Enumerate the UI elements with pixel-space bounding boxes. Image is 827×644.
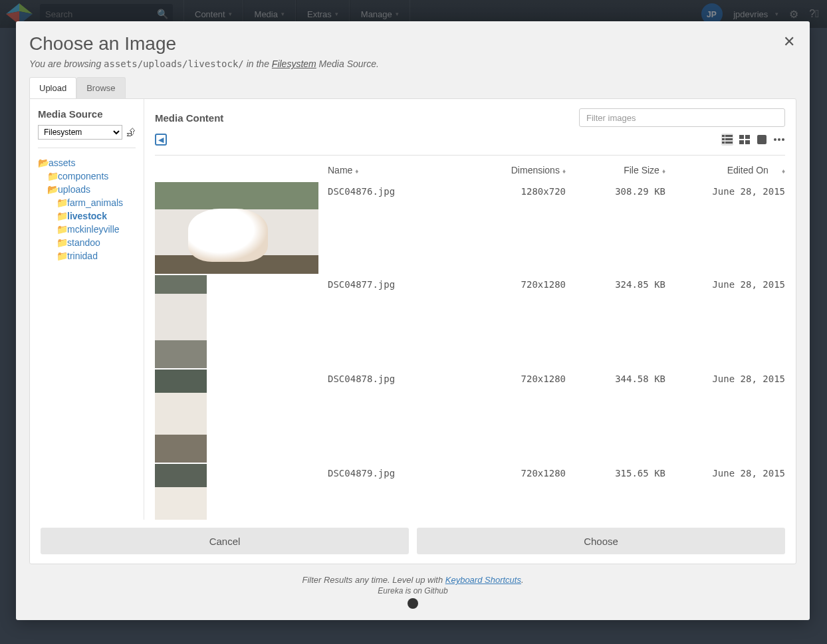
grid-view-icon[interactable] <box>739 134 751 146</box>
cell-edited: June 28, 2015 <box>665 275 785 368</box>
svg-rect-11 <box>739 135 744 139</box>
cell-dimensions: 720x1280 <box>459 464 566 520</box>
folder-tree: 📂assets 📁components 📂uploads 📁farm_anima… <box>38 156 136 263</box>
keyboard-shortcuts-link[interactable]: Keyboard Shortcuts <box>445 575 521 585</box>
credits: Filter Results any time. Level up with K… <box>29 575 796 611</box>
tree-root[interactable]: 📂assets <box>38 156 136 169</box>
cell-filesize: 344.58 KB <box>566 370 665 463</box>
content-heading: Media Content <box>155 112 223 124</box>
table-row[interactable]: DSC04877.jpg720x1280324.85 KBJune 28, 20… <box>155 275 785 370</box>
choose-button[interactable]: Choose <box>417 528 785 554</box>
media-content: Media Content ◀ Name♦ Dimens <box>144 99 796 520</box>
tree-folder-standoo[interactable]: 📁standoo <box>38 236 136 249</box>
table-header: Name♦ Dimensions♦ File Size♦ Edited On♦ <box>155 156 785 182</box>
svg-rect-13 <box>739 140 744 144</box>
tab-browse[interactable]: Browse <box>76 77 125 98</box>
cell-filesize: 315.65 KB <box>566 464 665 520</box>
cell-edited: June 28, 2015 <box>665 370 785 463</box>
close-icon[interactable]: ✕ <box>783 33 795 51</box>
tree-folder-livestock[interactable]: 📁livestock <box>38 209 136 223</box>
cell-filesize: 324.85 KB <box>566 275 665 368</box>
svg-rect-14 <box>745 140 750 144</box>
tree-folder-farm-animals[interactable]: 📁farm_animals <box>38 196 136 209</box>
svg-rect-6 <box>725 135 733 137</box>
svg-rect-8 <box>725 138 733 140</box>
cell-name: DSC04877.jpg <box>328 275 459 368</box>
modal-subtitle: You are browsing assets/uploads/livestoc… <box>29 58 796 69</box>
thumbnail[interactable] <box>155 464 207 520</box>
media-source-sidebar: Media Source Filesystem ⮵ 📂assets 📁compo… <box>30 99 144 520</box>
thumbnail[interactable] <box>155 182 318 274</box>
github-icon[interactable] <box>408 598 418 609</box>
svg-point-18 <box>782 138 784 141</box>
cell-name: DSC04878.jpg <box>328 370 459 463</box>
image-chooser-modal: ✕ Choose an Image You are browsing asset… <box>16 21 810 620</box>
col-filesize[interactable]: File Size♦ <box>566 165 665 175</box>
cell-edited: June 28, 2015 <box>665 464 785 520</box>
cell-edited: June 28, 2015 <box>665 182 785 274</box>
cell-name: DSC04879.jpg <box>328 464 459 520</box>
level-up-icon[interactable]: ⮵ <box>126 127 136 138</box>
cell-dimensions: 1280x720 <box>459 182 566 274</box>
svg-point-17 <box>778 138 780 141</box>
svg-rect-10 <box>725 142 733 144</box>
svg-rect-15 <box>757 135 767 144</box>
collapse-sidebar-icon[interactable]: ◀ <box>155 134 167 146</box>
col-name[interactable]: Name♦ <box>328 165 459 175</box>
sidebar-heading: Media Source <box>38 108 136 120</box>
more-view-icon[interactable] <box>773 134 785 146</box>
tree-folder-uploads[interactable]: 📂uploads <box>38 183 136 196</box>
cell-name: DSC04876.jpg <box>328 182 459 274</box>
cell-filesize: 308.29 KB <box>566 182 665 274</box>
table-row[interactable]: DSC04876.jpg1280x720308.29 KBJune 28, 20… <box>155 182 785 275</box>
panel: Media Source Filesystem ⮵ 📂assets 📁compo… <box>29 98 796 564</box>
tree-folder-mckinleyville[interactable]: 📁mckinleyville <box>38 223 136 236</box>
view-switcher <box>721 134 785 146</box>
svg-rect-9 <box>722 142 725 144</box>
large-view-icon[interactable] <box>756 134 768 146</box>
cell-dimensions: 720x1280 <box>459 275 566 368</box>
filesystem-link[interactable]: Filesystem <box>272 58 316 69</box>
modal-footer: Cancel Choose <box>30 520 796 564</box>
list-view-icon[interactable] <box>721 134 733 146</box>
media-table[interactable]: DSC04876.jpg1280x720308.29 KBJune 28, 20… <box>155 182 785 520</box>
tree-folder-components[interactable]: 📁components <box>38 169 136 183</box>
col-edited[interactable]: Edited On♦ <box>665 165 785 175</box>
media-source-select[interactable]: Filesystem <box>38 125 122 140</box>
cell-dimensions: 720x1280 <box>459 370 566 463</box>
cancel-button[interactable]: Cancel <box>41 528 409 554</box>
tab-upload[interactable]: Upload <box>29 77 76 98</box>
tree-folder-trinidad[interactable]: 📁trinidad <box>38 249 136 263</box>
col-dimensions[interactable]: Dimensions♦ <box>459 165 566 175</box>
svg-rect-7 <box>722 138 725 140</box>
thumbnail[interactable] <box>155 275 207 368</box>
divider <box>38 148 136 148</box>
svg-rect-12 <box>745 135 750 139</box>
filter-input[interactable] <box>579 108 785 127</box>
table-row[interactable]: DSC04878.jpg720x1280344.58 KBJune 28, 20… <box>155 370 785 464</box>
svg-rect-5 <box>722 135 725 137</box>
thumbnail[interactable] <box>155 370 207 463</box>
modal-title: Choose an Image <box>29 33 796 54</box>
table-row[interactable]: DSC04879.jpg720x1280315.65 KBJune 28, 20… <box>155 464 785 520</box>
modal-tabs: Upload Browse <box>29 77 796 98</box>
svg-point-16 <box>774 138 776 141</box>
